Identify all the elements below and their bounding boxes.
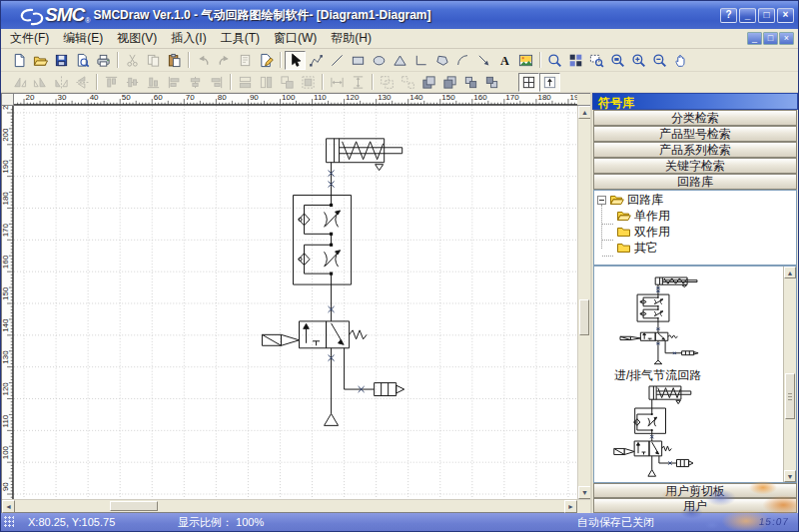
tree-item-circuit-library-root[interactable]: 回路库: [594, 192, 796, 208]
edit-symbol-button[interactable]: [256, 51, 277, 70]
component-cylinder[interactable]: [327, 139, 402, 171]
component-speedctl[interactable]: [640, 297, 663, 307]
tree-item-single-acting[interactable]: 单作用: [594, 208, 796, 224]
hscroll-track[interactable]: [15, 500, 564, 512]
rotate-left-button[interactable]: [9, 73, 30, 92]
arrow-button[interactable]: [473, 51, 494, 70]
h-spacing-button[interactable]: [327, 73, 348, 92]
ellipse-button[interactable]: [369, 51, 390, 70]
tree-expand-toggle[interactable]: [597, 196, 606, 205]
align-bottom-button[interactable]: [143, 73, 164, 92]
component-exhaust[interactable]: [648, 470, 656, 477]
zoom-button[interactable]: [544, 51, 565, 70]
zoom-region-button[interactable]: [586, 51, 607, 70]
align-top-button[interactable]: [101, 73, 122, 92]
align-right-button[interactable]: [206, 73, 227, 92]
redo-button[interactable]: [214, 51, 235, 70]
circuit-library-button[interactable]: 回路库: [593, 174, 797, 190]
fit-window-button[interactable]: [565, 51, 586, 70]
component-valve32[interactable]: [262, 321, 367, 348]
horizontal-scrollbar[interactable]: ◄ ►: [2, 500, 577, 512]
triangle-button[interactable]: [390, 51, 410, 70]
print-button[interactable]: [93, 51, 114, 70]
menu-tools[interactable]: 工具(T): [214, 28, 267, 49]
print-preview-button[interactable]: [72, 51, 93, 70]
line-button[interactable]: [327, 51, 348, 70]
component-airunit[interactable]: [677, 459, 694, 466]
preview-scroll-down-button[interactable]: ▼: [784, 470, 796, 482]
menu-view[interactable]: 视图(V): [110, 28, 164, 49]
v-spacing-button[interactable]: [348, 73, 369, 92]
fit-size-button[interactable]: [298, 73, 319, 92]
ungroup-button[interactable]: [398, 73, 418, 92]
vscroll-thumb[interactable]: [579, 299, 589, 335]
save-button[interactable]: [51, 51, 72, 70]
user-clipboard-button[interactable]: 用户剪切板: [593, 483, 797, 498]
scroll-right-button[interactable]: ►: [564, 500, 577, 513]
component-speedctl[interactable]: [299, 204, 341, 236]
paste-button[interactable]: [164, 51, 185, 70]
drawing-canvas[interactable]: [14, 106, 577, 499]
select-button[interactable]: [285, 51, 306, 70]
component-exhaust[interactable]: [654, 360, 662, 364]
cut-button[interactable]: [122, 51, 143, 70]
properties-button[interactable]: [235, 51, 256, 70]
flip-vertical-button[interactable]: [72, 73, 93, 92]
mdi-close-button[interactable]: ×: [779, 32, 794, 45]
flip-horizontal-button[interactable]: [51, 73, 72, 92]
circuit-thumbnail-1[interactable]: [596, 270, 782, 366]
zoom-previous-button[interactable]: [607, 51, 628, 70]
preview-scrollbar[interactable]: ▲ ▼: [783, 266, 796, 482]
component-valve32[interactable]: [620, 332, 677, 340]
menu-insert[interactable]: 插入(I): [164, 28, 213, 49]
align-left-button[interactable]: [164, 73, 185, 92]
pan-button[interactable]: [670, 51, 691, 70]
component-cylinder[interactable]: [655, 277, 697, 287]
hscroll-thumb[interactable]: [110, 501, 158, 511]
image-button[interactable]: [515, 51, 536, 70]
open-button[interactable]: [30, 51, 51, 70]
same-size-button[interactable]: [277, 73, 298, 92]
send-to-back-button[interactable]: [439, 73, 460, 92]
polygon-button[interactable]: [431, 51, 452, 70]
component-speedctl[interactable]: [640, 309, 663, 319]
component-cylinder[interactable]: [649, 386, 691, 404]
group-button[interactable]: [377, 73, 398, 92]
tree-item-other[interactable]: 其它: [594, 240, 796, 256]
new-button[interactable]: [9, 51, 30, 70]
product-series-search-button[interactable]: 产品系列检索: [593, 142, 797, 158]
menu-file[interactable]: 文件(F): [3, 28, 56, 49]
preview-scroll-up-button[interactable]: ▲: [784, 266, 796, 278]
menu-help[interactable]: 帮助(H): [324, 28, 379, 49]
vertical-scrollbar[interactable]: ▲ ▼: [577, 106, 590, 499]
user-button[interactable]: 用户: [593, 498, 797, 513]
grid-toggle-button[interactable]: [518, 73, 539, 92]
component-valve32[interactable]: [614, 441, 671, 456]
minimize-button[interactable]: _: [739, 8, 756, 23]
undo-button[interactable]: [193, 51, 214, 70]
zoom-out-button[interactable]: [649, 51, 670, 70]
scroll-left-button[interactable]: ◄: [2, 500, 15, 513]
component-exhaust[interactable]: [325, 413, 339, 425]
text-button[interactable]: A: [494, 51, 515, 70]
menu-window[interactable]: 窗口(W): [267, 28, 324, 49]
pneumatic-circuit[interactable]: [262, 139, 403, 426]
angle-button[interactable]: [410, 51, 431, 70]
component-speedctl[interactable]: [634, 413, 657, 431]
polyline-button[interactable]: [306, 51, 327, 70]
title-bar[interactable]: SMC ® SMCDraw Ver.1.0 - 气动回路图绘制软件- [Diag…: [1, 1, 798, 29]
copy-button[interactable]: [143, 51, 164, 70]
same-height-button[interactable]: [256, 73, 277, 92]
circuit-thumbnail-2[interactable]: [596, 384, 782, 478]
align-center-button[interactable]: [185, 73, 206, 92]
zoom-in-button[interactable]: [628, 51, 649, 70]
component-airunit[interactable]: [682, 351, 699, 355]
component-block[interactable]: [293, 196, 351, 285]
close-button[interactable]: ×: [777, 8, 794, 23]
component-speedctl[interactable]: [299, 244, 341, 275]
same-width-button[interactable]: [235, 73, 256, 92]
classified-search-button[interactable]: 分类检索: [593, 110, 797, 126]
mdi-minimize-button[interactable]: _: [747, 32, 762, 45]
rotate-right-button[interactable]: [30, 73, 51, 92]
rectangle-button[interactable]: [348, 51, 369, 70]
